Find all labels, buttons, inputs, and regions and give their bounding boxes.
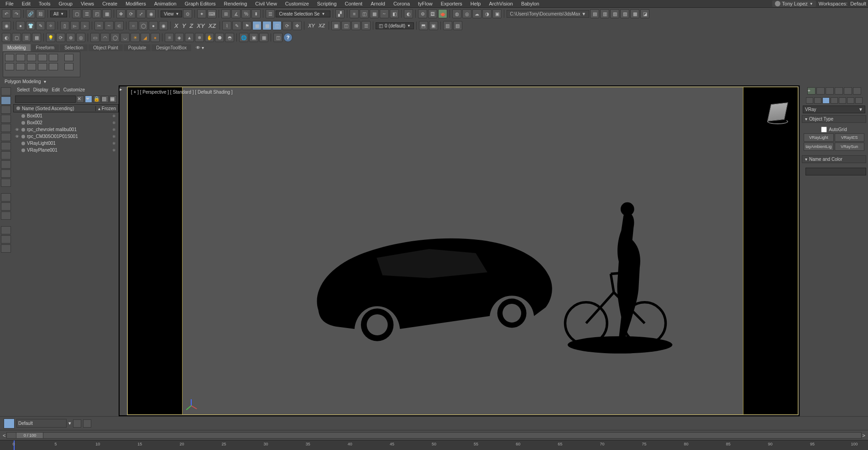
time-prev-button[interactable]: <	[3, 433, 5, 438]
modify-tab[interactable]	[816, 87, 825, 95]
polymod-btn-7[interactable]	[5, 63, 14, 70]
time-ruler[interactable]: 0510152025303540455055606570758085909510…	[0, 440, 868, 450]
tb3-8[interactable]: ◎	[76, 33, 85, 42]
tb3-7[interactable]: ⊛	[66, 33, 75, 42]
tb3-30[interactable]: ◫	[273, 33, 282, 42]
named-sel-combo[interactable]: ◫ 0 (default)▼	[376, 22, 414, 29]
tb-extra-5[interactable]: ▣	[492, 9, 502, 18]
scene-item[interactable]: Box001❄	[13, 112, 119, 119]
se-icon-12[interactable]	[1, 193, 11, 201]
tb2-1[interactable]: ●	[16, 21, 25, 30]
tb2-8[interactable]: ✂	[94, 21, 104, 30]
viewport-perspective[interactable]: [ + ] [ Perspective ] [ Standard ] [ Def…	[127, 86, 799, 415]
light-icon[interactable]: 💡	[46, 33, 55, 42]
se-icon-7[interactable]	[1, 142, 11, 150]
tb3-4[interactable]: ▦	[32, 33, 41, 42]
select-region-button[interactable]: ◰	[92, 9, 101, 18]
polymod-btn-10[interactable]	[38, 63, 47, 70]
visibility-icon[interactable]	[15, 121, 20, 125]
tb2-27[interactable]: ✥	[293, 21, 302, 30]
axis-x[interactable]: X	[173, 22, 180, 29]
time-next-button[interactable]: >	[863, 433, 865, 438]
tb2-20[interactable]: ⌇	[222, 21, 231, 30]
move-button[interactable]: ✥	[116, 9, 125, 18]
tb2-3[interactable]: ✎	[36, 21, 45, 30]
toggle-ribbon-button[interactable]: ▦	[370, 9, 379, 18]
menu-arnold[interactable]: Arnold	[367, 1, 389, 6]
rollout-name-color[interactable]: ▾Name and Color	[802, 155, 866, 163]
geometry-sub[interactable]	[806, 97, 813, 104]
utilities-tab[interactable]	[853, 87, 861, 95]
se-icon-14[interactable]	[1, 212, 11, 220]
se-tab-customize[interactable]: Customize	[63, 87, 85, 92]
ribbon-tab-object-paint[interactable]: Object Paint	[89, 44, 122, 51]
se-expand-button[interactable]: ▦	[110, 95, 117, 103]
select-button[interactable]: ▢	[72, 9, 81, 18]
rotate-button[interactable]: ⟳	[126, 9, 136, 18]
se-icon-16[interactable]	[1, 235, 11, 244]
tb-extra-2[interactable]: ◎	[462, 9, 471, 18]
scene-item[interactable]: 👁rpc_chevrolet malibu001❄	[13, 126, 119, 133]
menu-exporters[interactable]: Exporters	[437, 1, 466, 6]
layer-explorer-button[interactable]: ◫	[360, 9, 369, 18]
visibility-icon[interactable]	[15, 148, 20, 153]
tb3-28[interactable]: ▣	[249, 33, 258, 42]
renderer-combo[interactable]: VRay▼	[803, 106, 865, 113]
frozen-icon[interactable]: ❄	[112, 148, 117, 153]
menu-babylon[interactable]: Babylon	[518, 1, 543, 6]
se-tab-display[interactable]: Display	[33, 87, 48, 92]
edit-named-sel-button[interactable]: ☰	[266, 9, 275, 18]
tb3-1[interactable]: ◐	[2, 33, 11, 42]
workspaces-value[interactable]: Default	[850, 1, 866, 6]
tb3-2[interactable]: ▢	[12, 33, 21, 42]
systems-sub[interactable]	[855, 97, 863, 104]
snap-toggle[interactable]: ⊞	[221, 9, 230, 18]
unlink-button[interactable]: ⛓	[36, 9, 45, 18]
polymod-btn-12[interactable]	[64, 63, 73, 70]
helpers-sub[interactable]	[839, 97, 846, 104]
tb2-10[interactable]: ⊂	[115, 21, 124, 30]
tb2-sphere3[interactable]: ●	[149, 21, 158, 30]
tb2-22[interactable]: ⚑	[242, 21, 251, 30]
tb-r4[interactable]: ▨	[620, 9, 629, 18]
menu-customize[interactable]: Customize	[282, 1, 313, 6]
tb-r2[interactable]: ▥	[600, 9, 609, 18]
sun-icon[interactable]: ☀	[131, 33, 140, 42]
tb2-5[interactable]: ▯	[60, 21, 69, 30]
tb2-sphere1[interactable]: ○	[129, 21, 138, 30]
ribbon-tab-freeform[interactable]: Freeform	[31, 44, 59, 51]
se-icon-4[interactable]	[1, 115, 11, 123]
tb2-25[interactable]: ◫	[272, 21, 282, 30]
hand-icon[interactable]: ✋	[205, 33, 214, 42]
layer-btn-1[interactable]	[73, 419, 81, 428]
ribbon-tab-designtoolbox[interactable]: DesignToolBox	[152, 44, 191, 51]
tb3-dome[interactable]: ◠	[100, 33, 110, 42]
menu-modifiers[interactable]: Modifiers	[122, 1, 150, 6]
menu-civil-view[interactable]: Civil View	[251, 1, 280, 6]
motion-tab[interactable]	[835, 87, 843, 95]
se-icon-6[interactable]	[1, 133, 11, 141]
se-filter-button[interactable]: ⏷	[85, 95, 92, 103]
vrayies-button[interactable]: VRayIES	[835, 133, 865, 142]
menu-rendering[interactable]: Rendering	[220, 1, 251, 6]
se-icon-15[interactable]	[1, 226, 11, 234]
frozen-icon[interactable]: ❄	[112, 127, 117, 132]
tb3-sphere[interactable]: ●	[151, 33, 160, 42]
window-crossing-button[interactable]: ▦	[102, 9, 111, 18]
tb3-22[interactable]: ▲	[185, 33, 194, 42]
se-icon-3[interactable]	[1, 106, 11, 114]
menu-help[interactable]: Help	[467, 1, 485, 6]
tb2-32[interactable]: ⊞	[351, 21, 361, 30]
se-icon-8[interactable]	[1, 151, 11, 159]
tb-r3[interactable]: ▧	[610, 9, 619, 18]
display-tab[interactable]	[844, 87, 852, 95]
tb3-hemi[interactable]: ◡	[120, 33, 130, 42]
manipulate-button[interactable]: ✦	[197, 9, 206, 18]
tb3-plane[interactable]: ▭	[90, 33, 99, 42]
angle-snap-toggle[interactable]: ∡	[231, 9, 241, 18]
percent-snap-toggle[interactable]: %	[241, 9, 251, 18]
visibility-icon[interactable]	[15, 114, 20, 118]
polymod-btn-8[interactable]	[16, 63, 25, 70]
ribbon-expand-toggle[interactable]: 👁 ▾	[192, 45, 208, 50]
vraylight-button[interactable]: VRayLight	[804, 133, 834, 142]
